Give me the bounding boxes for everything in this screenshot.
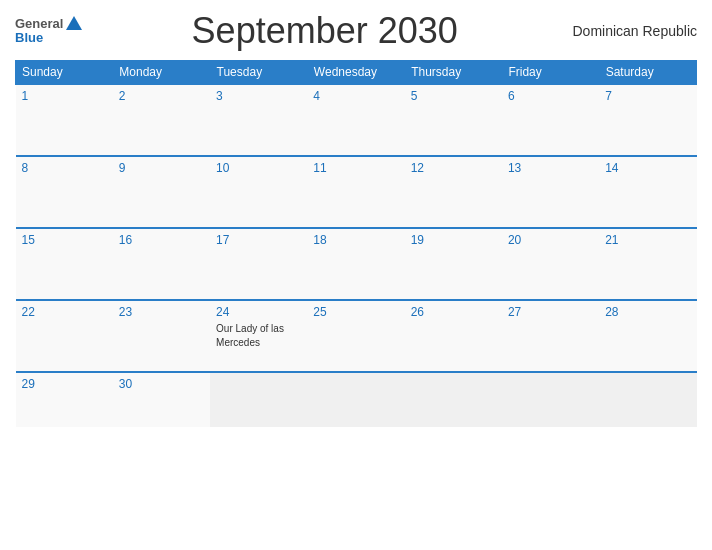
header-thursday: Thursday — [405, 61, 502, 85]
calendar-day-cell: 18 — [307, 228, 404, 300]
day-number: 24 — [216, 305, 301, 319]
week-row-2: 891011121314 — [16, 156, 697, 228]
calendar-day-cell: 12 — [405, 156, 502, 228]
calendar-day-cell: 9 — [113, 156, 210, 228]
day-number: 15 — [22, 233, 107, 247]
calendar-day-cell: 13 — [502, 156, 599, 228]
calendar-container: General Blue September 2030 Dominican Re… — [0, 0, 712, 550]
calendar-title: September 2030 — [82, 10, 567, 52]
day-number: 2 — [119, 89, 204, 103]
calendar-day-cell: 17 — [210, 228, 307, 300]
calendar-header: General Blue September 2030 Dominican Re… — [15, 10, 697, 52]
calendar-day-cell: 30 — [113, 372, 210, 427]
logo-triangle-icon — [66, 16, 82, 30]
logo-blue-text: Blue — [15, 31, 43, 45]
day-number: 4 — [313, 89, 398, 103]
day-number: 30 — [119, 377, 204, 391]
calendar-day-cell — [307, 372, 404, 427]
calendar-day-cell: 26 — [405, 300, 502, 372]
week-row-3: 15161718192021 — [16, 228, 697, 300]
country-name: Dominican Republic — [567, 23, 697, 39]
calendar-day-cell — [502, 372, 599, 427]
calendar-day-cell: 2 — [113, 84, 210, 156]
header-wednesday: Wednesday — [307, 61, 404, 85]
calendar-day-cell: 16 — [113, 228, 210, 300]
calendar-day-cell: 10 — [210, 156, 307, 228]
day-number: 7 — [605, 89, 690, 103]
calendar-day-cell: 20 — [502, 228, 599, 300]
day-number: 16 — [119, 233, 204, 247]
header-friday: Friday — [502, 61, 599, 85]
calendar-day-cell: 29 — [16, 372, 113, 427]
day-number: 14 — [605, 161, 690, 175]
weekday-header-row: Sunday Monday Tuesday Wednesday Thursday… — [16, 61, 697, 85]
header-sunday: Sunday — [16, 61, 113, 85]
day-number: 19 — [411, 233, 496, 247]
calendar-day-cell: 19 — [405, 228, 502, 300]
calendar-day-cell: 28 — [599, 300, 696, 372]
logo-general-text: General — [15, 17, 63, 31]
day-number: 23 — [119, 305, 204, 319]
week-row-1: 1234567 — [16, 84, 697, 156]
day-number: 22 — [22, 305, 107, 319]
header-monday: Monday — [113, 61, 210, 85]
calendar-day-cell: 7 — [599, 84, 696, 156]
day-number: 18 — [313, 233, 398, 247]
day-number: 8 — [22, 161, 107, 175]
day-number: 17 — [216, 233, 301, 247]
day-number: 9 — [119, 161, 204, 175]
day-number: 21 — [605, 233, 690, 247]
day-number: 10 — [216, 161, 301, 175]
calendar-day-cell: 3 — [210, 84, 307, 156]
day-number: 6 — [508, 89, 593, 103]
day-number: 28 — [605, 305, 690, 319]
calendar-day-cell: 21 — [599, 228, 696, 300]
calendar-day-cell: 23 — [113, 300, 210, 372]
day-number: 26 — [411, 305, 496, 319]
day-number: 13 — [508, 161, 593, 175]
week-row-5: 2930 — [16, 372, 697, 427]
calendar-day-cell: 6 — [502, 84, 599, 156]
day-number: 5 — [411, 89, 496, 103]
day-number: 12 — [411, 161, 496, 175]
calendar-day-cell: 5 — [405, 84, 502, 156]
calendar-day-cell: 24Our Lady of las Mercedes — [210, 300, 307, 372]
calendar-day-cell: 11 — [307, 156, 404, 228]
calendar-day-cell: 25 — [307, 300, 404, 372]
day-number: 3 — [216, 89, 301, 103]
day-event: Our Lady of las Mercedes — [216, 323, 284, 348]
day-number: 27 — [508, 305, 593, 319]
logo: General Blue — [15, 16, 82, 45]
day-number: 11 — [313, 161, 398, 175]
day-number: 29 — [22, 377, 107, 391]
calendar-day-cell: 8 — [16, 156, 113, 228]
day-number: 20 — [508, 233, 593, 247]
day-number: 25 — [313, 305, 398, 319]
day-number: 1 — [22, 89, 107, 103]
calendar-day-cell: 15 — [16, 228, 113, 300]
calendar-day-cell: 1 — [16, 84, 113, 156]
calendar-day-cell: 27 — [502, 300, 599, 372]
header-tuesday: Tuesday — [210, 61, 307, 85]
calendar-grid: Sunday Monday Tuesday Wednesday Thursday… — [15, 60, 697, 427]
calendar-day-cell: 14 — [599, 156, 696, 228]
calendar-day-cell — [210, 372, 307, 427]
week-row-4: 222324Our Lady of las Mercedes25262728 — [16, 300, 697, 372]
calendar-day-cell — [405, 372, 502, 427]
calendar-day-cell: 22 — [16, 300, 113, 372]
calendar-day-cell: 4 — [307, 84, 404, 156]
header-saturday: Saturday — [599, 61, 696, 85]
calendar-day-cell — [599, 372, 696, 427]
